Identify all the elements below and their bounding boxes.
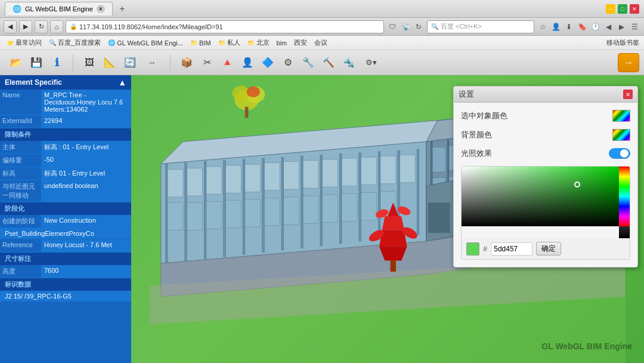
bookmark-icon[interactable]: 🔖	[576, 20, 588, 33]
cut-btn[interactable]: ✂	[198, 54, 216, 72]
diamond-btn[interactable]: 🔷	[259, 54, 277, 72]
history-icon[interactable]: 🕐	[589, 20, 601, 33]
wrench-btn[interactable]: 🔧	[299, 54, 317, 72]
prop-row-name: Name M_RPC Tree - Deciduous:Honey Locu 7…	[0, 90, 131, 115]
prop-value-name: M_RPC Tree - Deciduous:Honey Locu 7.6 Me…	[42, 90, 131, 115]
svg-rect-22	[283, 197, 299, 224]
bookmark-label-baidu: 百度_百度搜索	[58, 38, 101, 47]
bg-color-swatch[interactable]	[612, 129, 630, 141]
lighting-toggle[interactable]	[609, 148, 630, 159]
svg-rect-41	[417, 149, 419, 235]
address-box[interactable]: 🔒 117.34.109.119:8062/Home/Index?Mileage…	[66, 20, 384, 33]
person-btn[interactable]: 👤	[239, 54, 256, 72]
color-gradient-area[interactable]	[462, 167, 619, 226]
forward-btn[interactable]: ▶	[19, 20, 32, 33]
forward2-icon[interactable]: ▶	[615, 20, 627, 33]
rotate-btn[interactable]: 🔄	[121, 54, 139, 72]
hammer-btn[interactable]: 🔨	[320, 54, 338, 72]
gear-dropdown-btn[interactable]: ⚙▾	[360, 54, 382, 72]
svg-rect-8	[263, 162, 280, 190]
bookmark-icon-beijing: 📁	[247, 39, 255, 46]
svg-rect-16	[166, 202, 183, 230]
bookmark-xian[interactable]: 西安	[292, 38, 309, 48]
mobile-bookmarks[interactable]: 移动版书签	[606, 38, 639, 47]
back2-icon[interactable]: ◀	[602, 20, 614, 33]
bookmark-bim[interactable]: 📁 BIM	[188, 39, 213, 47]
tri-btn[interactable]: 🔺	[218, 54, 236, 72]
bookmarks-bar: ⭐ 最常访问 🔍 百度_百度搜索 🌐 GL WebGL BIM Engi... …	[0, 36, 644, 50]
svg-rect-5	[205, 167, 222, 194]
info-btn[interactable]: ℹ	[48, 54, 66, 72]
save-btn[interactable]: 💾	[27, 54, 45, 72]
refresh-btn[interactable]: ↻	[35, 20, 48, 33]
color-hash: #	[483, 244, 487, 253]
bolt-btn[interactable]: 🔩	[340, 54, 358, 72]
bookmark-label-bim: BIM	[199, 39, 211, 47]
prop-row-biaogao: 标高 标高 01 - Entry Level	[0, 167, 131, 180]
color-hue-strip[interactable]	[619, 167, 630, 226]
toolbar-right: →	[618, 53, 639, 72]
color-confirm-btn[interactable]: 确定	[536, 242, 561, 256]
home-btn[interactable]: ⌂	[50, 20, 63, 33]
window-controls: ─ □ ✕	[606, 4, 639, 14]
bookmark-beijing[interactable]: 📁 北京	[246, 38, 271, 48]
prop-row-yijin: 与邻近图元一同移动 undefined boolean	[0, 180, 131, 202]
svg-rect-24	[321, 195, 338, 222]
svg-rect-26	[360, 193, 377, 220]
prop-label-chuangjian: 创建的阶段	[0, 215, 42, 227]
svg-marker-90	[382, 216, 404, 230]
prop-row-chuangjian: 创建的阶段 New Construction	[0, 215, 131, 228]
prop-value-ref: Honey Locust - 7.6 Met	[42, 239, 131, 252]
move-btn[interactable]: ↔	[141, 54, 163, 72]
exit-btn[interactable]: →	[618, 53, 639, 72]
prop-row-externalid: ExternalId 22694	[0, 115, 131, 128]
star-icon[interactable]: ☆	[537, 20, 549, 33]
app-toolbar: 📂 💾 ℹ 🖼 📐 🔄 ↔ 📦 ✂ 🔺 👤 🔷 ⚙ 🔧 🔨 🔩 ⚙▾ →	[0, 50, 644, 75]
new-tab-btn[interactable]: +	[115, 2, 129, 16]
maximize-btn[interactable]: □	[618, 4, 627, 14]
bookmark-private[interactable]: 📁 私人	[216, 38, 242, 48]
bookmark-meeting[interactable]: 会议	[312, 38, 329, 48]
minimize-btn[interactable]: ─	[606, 4, 615, 14]
prop-label-ref: Reference	[0, 239, 42, 252]
bookmark-glwebgl[interactable]: 🌐 GL WebGL BIM Engi...	[106, 39, 185, 47]
bookmark-baidu[interactable]: 🔍 百度_百度搜索	[47, 38, 103, 48]
screenshot-btn[interactable]: 🖼	[80, 54, 98, 72]
svg-rect-13	[360, 157, 377, 184]
prop-row-zhuti: 主体 标高 : 01 - Entry Level	[0, 141, 131, 154]
section-chizhu: 尺寸标注	[0, 253, 131, 265]
download-icon[interactable]: ⬇	[563, 20, 575, 33]
open-btn[interactable]: 📂	[7, 54, 25, 72]
bookmark-bim2[interactable]: bim	[275, 39, 289, 47]
user-icon[interactable]: 👤	[550, 20, 562, 33]
back-btn[interactable]: ◀	[4, 20, 17, 33]
menu-icon[interactable]: ☰	[628, 20, 640, 33]
settings-row-selected-color: 选中对象颜色	[461, 110, 630, 122]
left-panel: Element Specific ▲ Name M_RPC Tree - Dec…	[0, 75, 131, 363]
color-picker[interactable]: # 确定	[461, 166, 630, 260]
panel-header: Element Specific ▲	[0, 75, 131, 90]
refresh-icon2[interactable]: ↻	[413, 20, 425, 33]
measure-btn[interactable]: 📐	[101, 54, 119, 72]
dialog-close-btn[interactable]: ✕	[623, 90, 633, 99]
svg-rect-31	[224, 161, 226, 257]
settings-btn[interactable]: ⚙	[279, 54, 297, 72]
prop-value-yijin: undefined boolean	[42, 180, 131, 202]
bookmark-icon-zuichang: ⭐	[7, 39, 14, 46]
bookmark-zuichang[interactable]: ⭐ 最常访问	[5, 38, 44, 48]
panel-scroll-btn[interactable]: ▲	[118, 78, 126, 87]
bookmark-label-meeting: 会议	[314, 38, 327, 47]
svg-rect-36	[320, 155, 323, 245]
box-btn[interactable]: 📦	[178, 54, 196, 72]
active-tab[interactable]: 🌐 GL WebGL BIM Engine ✕	[5, 2, 113, 16]
color-hex-input[interactable]	[491, 242, 532, 256]
selected-color-swatch[interactable]	[612, 110, 630, 122]
addr-icons: 🛡 📡 ↻	[386, 20, 425, 33]
window-close-btn[interactable]: ✕	[630, 4, 639, 14]
svg-rect-4	[186, 168, 203, 196]
panel-title: Element Specific	[5, 78, 62, 87]
svg-rect-11	[321, 159, 338, 187]
tab-close-btn[interactable]: ✕	[97, 5, 105, 13]
watermark: GL WebGL BIM Engine	[541, 342, 632, 351]
search-box[interactable]: 🔍 百度 <Ctrl+K>	[427, 20, 534, 33]
